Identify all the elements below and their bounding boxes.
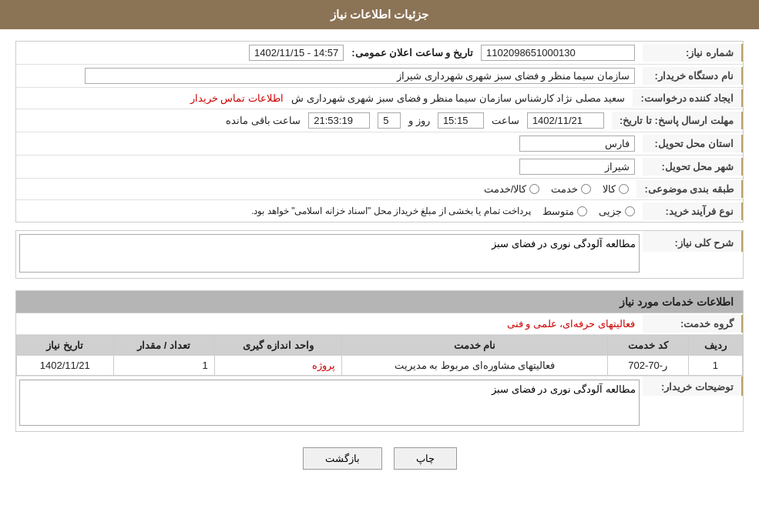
buyer-desc-value-cell: مطالعه آلودگی نوری در فضای سبز <box>16 376 643 431</box>
city-label: شهر محل تحویل: <box>643 158 743 176</box>
creator-group: سعید مصلی نژاد کارشناس سازمان سیما منظر … <box>24 92 625 104</box>
need-number-group: 1102098651000130 تاریخ و ساعت اعلان عموم… <box>24 45 635 61</box>
col-header-qty: تعداد / مقدار <box>113 336 214 356</box>
category-label: طبقه بندی موضوعی: <box>636 180 743 198</box>
announcement-date-label: تاریخ و ساعت اعلان عمومی: <box>351 47 473 59</box>
row-creator: ایجاد کننده درخواست: سعید مصلی نژاد کارش… <box>16 88 743 109</box>
cell-code: ر-70-702 <box>607 356 688 376</box>
purchase-motavaset-item: متوسط <box>542 206 587 217</box>
table-header-row: ردیف کد خدمت نام خدمت واحد اندازه گیری ت… <box>17 336 743 356</box>
need-description-section: شرح کلی نیاز: مطالعه آلودگی نوری در فضای… <box>15 230 744 279</box>
send-days-box: 5 <box>378 112 401 129</box>
category-kala-label: کالا <box>603 183 616 195</box>
service-table: ردیف کد خدمت نام خدمت واحد اندازه گیری ت… <box>16 335 743 376</box>
cell-qty: 1 <box>113 356 214 376</box>
buyer-org-value: سازمان سیما منظر و فضای سبز شهری شهرداری… <box>85 68 635 84</box>
purchase-jozi-label: جزیی <box>599 206 622 217</box>
creator-value: سعید مصلی نژاد کارشناس سازمان سیما منظر … <box>291 92 625 104</box>
need-description-label: شرح کلی نیاز: <box>643 231 743 252</box>
category-kala-item: کالا <box>603 183 629 195</box>
row-buyer-org: نام دستگاه خریدار: سازمان سیما منظر و فض… <box>16 65 743 88</box>
province-value-cell: فارس <box>16 132 643 155</box>
col-header-rownum: ردیف <box>688 336 742 356</box>
category-radio-group: کالا خدمت کالا/خدمت <box>24 183 629 195</box>
page-title: جزئیات اطلاعات نیاز <box>331 8 428 21</box>
announcement-date-box: 1402/11/15 - 14:57 <box>249 45 344 61</box>
creator-label: ایجاد کننده درخواست: <box>633 89 743 107</box>
category-khedmat-item: خدمت <box>551 183 591 195</box>
col-header-date: تاریخ نیاز <box>17 336 114 356</box>
purchase-note: پرداخت تمام یا بخشی از مبلغ خریداز محل "… <box>251 206 531 216</box>
category-khedmat-radio[interactable] <box>581 184 591 194</box>
province-label: استان محل تحویل: <box>643 135 743 152</box>
col-header-unit: واحد اندازه گیری <box>214 336 341 356</box>
category-khedmat-label: خدمت <box>551 183 578 195</box>
category-kala-khedmat-label: کالا/خدمت <box>484 183 527 195</box>
page-wrapper: جزئیات اطلاعات نیاز شماره نیاز: 11020986… <box>0 0 759 532</box>
buyer-org-value-cell: سازمان سیما منظر و فضای سبز شهری شهرداری… <box>16 65 643 87</box>
need-number-value-cell: 1102098651000130 تاریخ و ساعت اعلان عموم… <box>16 42 643 64</box>
category-kala-radio[interactable] <box>619 184 629 194</box>
category-value-cell: کالا خدمت کالا/خدمت <box>16 180 636 198</box>
row-category: طبقه بندی موضوعی: کالا خدمت <box>16 179 743 200</box>
buyer-desc-label: توضیحات خریدار: <box>643 376 743 396</box>
info-section: شماره نیاز: 1102098651000130 تاریخ و ساع… <box>15 41 744 223</box>
need-description-value-cell: مطالعه آلودگی نوری در فضای سبز <box>16 231 643 278</box>
service-info-section: اطلاعات خدمات مورد نیاز گروه خدمت: فعالی… <box>15 290 744 432</box>
category-kala-khedmat-item: کالا/خدمت <box>484 183 540 195</box>
purchase-type-radio-group: جزیی متوسط پرداخت تمام یا بخشی از مبلغ خ… <box>24 206 635 217</box>
purchase-type-label: نوع فرآیند خرید: <box>643 202 743 220</box>
row-need-number: شماره نیاز: 1102098651000130 تاریخ و ساع… <box>16 42 743 65</box>
cell-service-name: فعالیتهای مشاوره‌ای مربوط به مدیریت <box>342 356 608 376</box>
send-deadline-group: 1402/11/21 ساعت 15:15 روز و 5 21:53:19 س… <box>24 112 604 129</box>
send-deadline-value-cell: 1402/11/21 ساعت 15:15 روز و 5 21:53:19 س… <box>16 109 612 132</box>
print-button[interactable]: چاپ <box>394 447 457 470</box>
cell-date: 1402/11/21 <box>17 356 114 376</box>
cell-rownum: 1 <box>688 356 742 376</box>
back-button[interactable]: بازگشت <box>303 447 382 470</box>
send-date-box: 1402/11/21 <box>527 112 604 129</box>
service-group-value-cell: فعالیتهای حرفه‌ای، علمی و فنی <box>16 315 643 333</box>
buyer-desc-textarea[interactable]: مطالعه آلودگی نوری در فضای سبز <box>19 380 640 426</box>
row-send-deadline: مهلت ارسال پاسخ: تا تاریخ: 1402/11/21 سا… <box>16 109 743 132</box>
table-row: 1 ر-70-702 فعالیتهای مشاوره‌ای مربوط به … <box>17 356 743 376</box>
purchase-jozi-item: جزیی <box>599 206 635 217</box>
bottom-buttons: چاپ بازگشت <box>15 447 744 470</box>
need-number-box: 1102098651000130 <box>481 45 635 61</box>
remaining-label: ساعت باقی مانده <box>226 115 301 126</box>
purchase-motavaset-label: متوسط <box>542 206 574 217</box>
service-group-label: گروه خدمت: <box>643 315 743 333</box>
city-value-cell: شیراز <box>16 156 643 178</box>
need-description-textarea[interactable]: مطالعه آلودگی نوری در فضای سبز <box>19 234 640 273</box>
send-time-box: 15:15 <box>438 112 484 129</box>
province-box: فارس <box>519 136 635 152</box>
service-info-title: اطلاعات خدمات مورد نیاز <box>16 291 743 313</box>
send-deadline-label: مهلت ارسال پاسخ: تا تاریخ: <box>612 112 743 129</box>
row-city: شهر محل تحویل: شیراز <box>16 156 743 179</box>
creator-value-cell: سعید مصلی نژاد کارشناس سازمان سیما منظر … <box>16 89 633 107</box>
service-group-value[interactable]: فعالیتهای حرفه‌ای، علمی و فنی <box>507 318 635 330</box>
category-kala-khedmat-radio[interactable] <box>529 184 539 194</box>
col-header-code: کد خدمت <box>607 336 688 356</box>
main-content: شماره نیاز: 1102098651000130 تاریخ و ساع… <box>0 29 759 497</box>
need-number-label: شماره نیاز: <box>643 44 743 62</box>
row-province: استان محل تحویل: فارس <box>16 132 743 156</box>
service-table-container: ردیف کد خدمت نام خدمت واحد اندازه گیری ت… <box>16 335 743 376</box>
col-header-name: نام خدمت <box>342 336 608 356</box>
purchase-motavaset-radio[interactable] <box>577 206 587 216</box>
cell-unit: پروژه <box>214 356 341 376</box>
buyer-desc-row: توضیحات خریدار: مطالعه آلودگی نوری در فض… <box>16 376 743 431</box>
page-header: جزئیات اطلاعات نیاز <box>0 0 759 29</box>
send-time-label: ساعت <box>492 115 519 126</box>
service-group-row: گروه خدمت: فعالیتهای حرفه‌ای، علمی و فنی <box>16 313 743 335</box>
purchase-jozi-radio[interactable] <box>625 206 635 216</box>
creator-contact-link[interactable]: اطلاعات تماس خریدار <box>190 92 284 104</box>
purchase-type-value-cell: جزیی متوسط پرداخت تمام یا بخشی از مبلغ خ… <box>16 202 643 220</box>
remaining-time-box: 21:53:19 <box>308 112 370 129</box>
row-purchase-type: نوع فرآیند خرید: جزیی متوسط پرداخت تمام … <box>16 200 743 222</box>
send-days-label: روز و <box>408 115 430 126</box>
unit-link[interactable]: پروژه <box>312 360 335 371</box>
buyer-org-label: نام دستگاه خریدار: <box>643 67 743 85</box>
city-box: شیراز <box>519 159 635 175</box>
